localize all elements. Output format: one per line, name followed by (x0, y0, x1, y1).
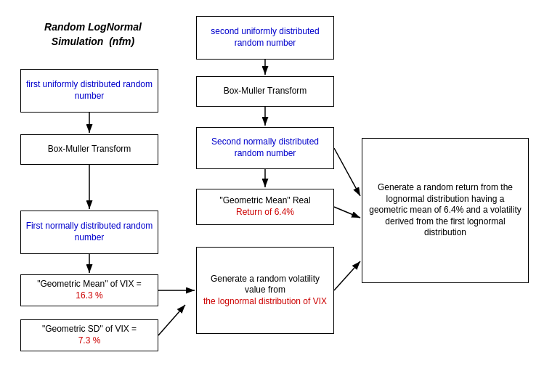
first-normal-box: First normally distributed random number (20, 211, 158, 254)
svg-line-10 (334, 261, 360, 290)
geo-sd-vix-box: "Geometric SD" of VIX = 7.3 % (20, 319, 158, 351)
box-muller-left: Box-Muller Transform (20, 134, 158, 165)
second-normal-box: Second normally distributed random numbe… (196, 127, 334, 169)
svg-line-7 (158, 305, 185, 335)
box-muller-right: Box-Muller Transform (196, 76, 334, 107)
diagram-title: Random LogNormal Simulation (nfm) (20, 20, 166, 49)
geo-mean-vix-box: "Geometric Mean" of VIX = 16.3 % (20, 274, 158, 306)
generate-vix-box: Generate a random volatility value from … (196, 247, 334, 334)
svg-line-9 (334, 207, 360, 218)
geo-mean-real-box: "Geometric Mean" Real Return of 6.4% (196, 189, 334, 225)
diagram: Random LogNormal Simulation (nfm) second… (0, 0, 552, 392)
generate-return-box: Generate a random return from the lognor… (362, 138, 529, 283)
svg-line-8 (334, 148, 360, 196)
first-uniform-box: first uniformly distributed random numbe… (20, 69, 158, 113)
second-uniform-box: second uniformly distributed random numb… (196, 16, 334, 60)
